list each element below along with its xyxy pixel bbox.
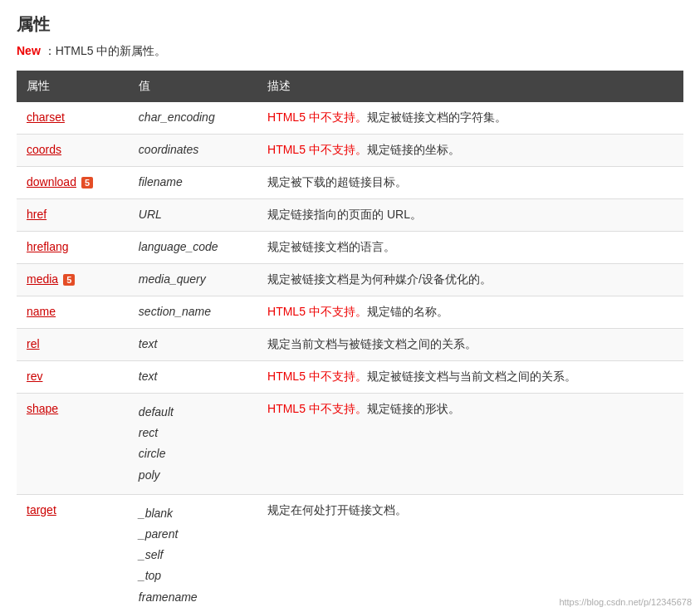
html5-badge: 5 xyxy=(63,274,75,286)
deprecated-text: HTML5 中不支持。 xyxy=(267,402,367,415)
desc-text: 规定链接的坐标。 xyxy=(367,143,460,156)
subtitle: New ：HTML5 中的新属性。 xyxy=(17,44,683,59)
desc-cell: 规定被链接文档的语言。 xyxy=(257,232,683,264)
page-title: 属性 xyxy=(17,13,683,36)
watermark: https://blog.csdn.net/p/12345678 xyxy=(559,597,692,607)
desc-cell: HTML5 中不支持。规定被链接文档的字符集。 xyxy=(257,102,683,135)
table-row: target_blank_parent_self_topframename规定在… xyxy=(17,494,683,612)
col-header-value: 值 xyxy=(129,71,257,102)
value-cell: coordinates xyxy=(129,135,257,167)
attr-cell: href xyxy=(17,199,129,232)
desc-cell: HTML5 中不支持。规定被链接文档与当前文档之间的关系。 xyxy=(257,361,683,394)
table-header-row: 属性 值 描述 xyxy=(17,71,683,102)
desc-cell: HTML5 中不支持。规定链接的坐标。 xyxy=(257,135,683,167)
table-row: shapedefaultrectcirclepolyHTML5 中不支持。规定链… xyxy=(17,394,683,495)
attr-cell: name xyxy=(17,296,129,329)
value-cell: URL xyxy=(129,199,257,232)
attr-cell: shape xyxy=(17,394,129,495)
attr-link-media[interactable]: media xyxy=(27,272,58,286)
desc-text: 规定链接的形状。 xyxy=(367,402,460,415)
deprecated-text: HTML5 中不支持。 xyxy=(267,110,367,124)
desc-text: 规定被链接文档与当前文档之间的关系。 xyxy=(367,370,576,383)
attr-link-shape[interactable]: shape xyxy=(27,402,58,415)
attr-link-target[interactable]: target xyxy=(27,503,56,517)
attr-link-rel[interactable]: rel xyxy=(27,337,40,350)
col-header-attr: 属性 xyxy=(17,71,129,102)
desc-cell: 规定当前文档与被链接文档之间的关系。 xyxy=(257,329,683,361)
value-cell: section_name xyxy=(129,296,257,329)
desc-text: 规定锚的名称。 xyxy=(367,305,448,318)
attr-cell: hreflang xyxy=(17,232,129,264)
desc-cell: 规定在何处打开链接文档。 xyxy=(257,494,683,612)
subtitle-text: ：HTML5 中的新属性。 xyxy=(44,44,167,57)
desc-cell: HTML5 中不支持。规定锚的名称。 xyxy=(257,296,683,329)
attr-cell: rev xyxy=(17,361,129,394)
value-cell: char_encoding xyxy=(129,102,257,135)
attr-link-charset[interactable]: charset xyxy=(27,110,65,124)
value-cell: _blank_parent_self_topframename xyxy=(129,494,257,612)
desc-cell: 规定链接指向的页面的 URL。 xyxy=(257,199,683,232)
attr-cell: coords xyxy=(17,135,129,167)
new-badge: New xyxy=(17,44,41,57)
desc-text: 规定被链接文档的字符集。 xyxy=(367,110,507,124)
value-cell: text xyxy=(129,329,257,361)
attr-link-name[interactable]: name xyxy=(27,305,56,318)
attr-cell: rel xyxy=(17,329,129,361)
desc-cell: 规定被下载的超链接目标。 xyxy=(257,167,683,199)
html5-badge: 5 xyxy=(81,177,93,188)
table-row: revtextHTML5 中不支持。规定被链接文档与当前文档之间的关系。 xyxy=(17,361,683,394)
desc-cell: HTML5 中不支持。规定链接的形状。 xyxy=(257,394,683,495)
deprecated-text: HTML5 中不支持。 xyxy=(267,370,367,383)
attr-cell: charset xyxy=(17,102,129,135)
attr-link-coords[interactable]: coords xyxy=(27,143,61,156)
table-row: hreflanglanguage_code规定被链接文档的语言。 xyxy=(17,232,683,264)
attr-cell: media5 xyxy=(17,264,129,296)
value-cell: text xyxy=(129,361,257,394)
table-row: reltext规定当前文档与被链接文档之间的关系。 xyxy=(17,329,683,361)
value-cell: defaultrectcirclepoly xyxy=(129,394,257,495)
table-row: charsetchar_encodingHTML5 中不支持。规定被链接文档的字… xyxy=(17,102,683,135)
table-row: coordscoordinatesHTML5 中不支持。规定链接的坐标。 xyxy=(17,135,683,167)
attr-link-rev[interactable]: rev xyxy=(27,370,42,383)
attr-link-download[interactable]: download xyxy=(27,175,76,188)
table-row: download5filename规定被下载的超链接目标。 xyxy=(17,167,683,199)
value-cell: language_code xyxy=(129,232,257,264)
attr-cell: target xyxy=(17,494,129,612)
table-row: hrefURL规定链接指向的页面的 URL。 xyxy=(17,199,683,232)
attr-cell: download5 xyxy=(17,167,129,199)
col-header-desc: 描述 xyxy=(257,71,683,102)
desc-cell: 规定被链接文档是为何种媒介/设备优化的。 xyxy=(257,264,683,296)
deprecated-text: HTML5 中不支持。 xyxy=(267,143,367,156)
attr-link-hreflang[interactable]: hreflang xyxy=(27,240,69,253)
value-cell: filename xyxy=(129,167,257,199)
table-row: namesection_nameHTML5 中不支持。规定锚的名称。 xyxy=(17,296,683,329)
deprecated-text: HTML5 中不支持。 xyxy=(267,305,367,318)
value-cell: media_query xyxy=(129,264,257,296)
table-row: media5media_query规定被链接文档是为何种媒介/设备优化的。 xyxy=(17,264,683,296)
attr-link-href[interactable]: href xyxy=(27,208,47,221)
attributes-table: 属性 值 描述 charsetchar_encodingHTML5 中不支持。规… xyxy=(17,71,683,612)
